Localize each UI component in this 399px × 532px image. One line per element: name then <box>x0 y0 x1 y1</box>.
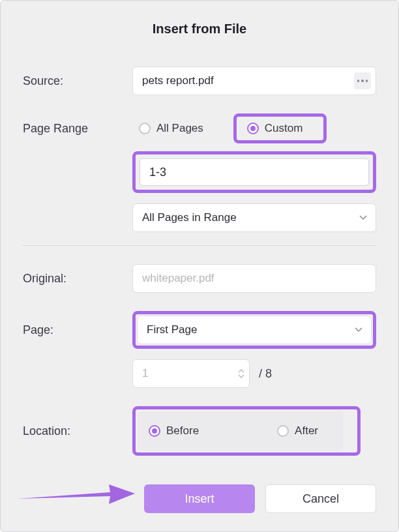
caret-down-icon <box>238 374 244 379</box>
stepper-buttons[interactable] <box>238 368 244 379</box>
all-pages-radio[interactable]: All Pages <box>132 118 215 139</box>
radio-label: After <box>295 424 318 437</box>
source-input[interactable] <box>132 66 376 95</box>
chevron-down-icon <box>355 327 362 332</box>
select-value: First Page <box>147 323 197 336</box>
source-field-wrap <box>132 66 376 95</box>
original-input <box>132 264 376 293</box>
custom-radio[interactable]: Custom <box>241 118 315 139</box>
radio-label: Before <box>166 424 199 437</box>
ellipsis-icon <box>357 80 368 82</box>
location-label: Location: <box>23 424 132 438</box>
page-total: / 8 <box>259 367 272 381</box>
select-value: All Pages in Range <box>142 211 237 224</box>
original-label: Original: <box>23 272 132 286</box>
highlight-page-select: First Page <box>132 311 376 349</box>
page-select[interactable]: First Page <box>137 316 372 344</box>
radio-label: Custom <box>265 122 303 135</box>
caret-up-icon <box>238 368 244 373</box>
radio-icon <box>247 123 259 134</box>
subset-select[interactable]: All Pages in Range <box>132 203 376 232</box>
dialog-footer: Insert Cancel <box>144 484 376 513</box>
dialog-title: Insert from File <box>23 22 376 37</box>
subset-select-wrap: All Pages in Range <box>132 203 376 232</box>
page-range-label: Page Range <box>23 122 132 136</box>
page-range-input[interactable] <box>140 158 369 186</box>
page-label: Page: <box>23 323 132 337</box>
cancel-button[interactable]: Cancel <box>265 484 376 513</box>
page-number-input[interactable] <box>132 359 250 388</box>
insert-button[interactable]: Insert <box>144 484 255 513</box>
radio-icon <box>149 425 160 437</box>
before-radio[interactable]: Before <box>142 421 205 441</box>
divider <box>23 245 376 246</box>
annotation-arrow-icon <box>12 478 136 510</box>
chevron-down-icon <box>359 215 367 220</box>
after-radio[interactable]: After <box>271 421 325 441</box>
highlight-range-input <box>132 151 376 193</box>
radio-icon <box>139 123 151 134</box>
radio-icon <box>277 425 289 437</box>
source-label: Source: <box>23 74 132 88</box>
radio-label: All Pages <box>156 122 203 135</box>
location-group: Before After <box>137 411 343 451</box>
browse-file-button[interactable] <box>354 72 371 89</box>
highlight-location: Before After <box>132 406 361 456</box>
insert-from-file-dialog: Insert from File Source: Page Range All … <box>0 0 399 532</box>
highlight-custom: Custom <box>233 113 327 143</box>
